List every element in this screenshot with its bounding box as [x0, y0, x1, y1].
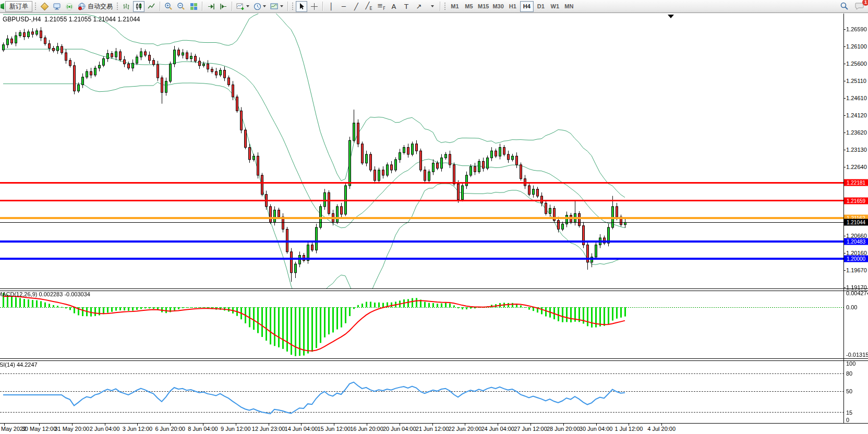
- search-button[interactable]: [838, 1, 850, 11]
- macd-axis-label: 0.004274: [846, 290, 868, 296]
- price-tick-label: 1.25600: [846, 61, 868, 67]
- auto-trading-label: 自动交易: [88, 2, 113, 11]
- price-tick-mark: [843, 81, 846, 81]
- macd-panel-canvas[interactable]: [0, 290, 843, 358]
- rsi-axis-label: 50: [846, 388, 868, 394]
- horizontal-line-tool-icon: ─: [342, 3, 346, 10]
- time-tick-mark: [105, 424, 105, 426]
- time-axis-label: 4 Jul 20:00: [636, 426, 686, 432]
- toolbar-drag-handle: [34, 2, 37, 10]
- signals-button[interactable]: [64, 1, 75, 12]
- search-icon: [840, 2, 849, 10]
- timeframe-button-m5[interactable]: M5: [462, 1, 476, 12]
- time-tick-mark: [596, 424, 597, 426]
- time-axis[interactable]: May 202230 May 12:0031 May 20:002 Jun 04…: [0, 423, 868, 434]
- line-chart-type-button[interactable]: [146, 1, 157, 12]
- auto-trading-button[interactable]: 自动交易: [76, 1, 114, 12]
- chart-region: GBPUSD-,H4 1.21055 1.21055 1.21044 1.210…: [0, 14, 868, 434]
- chart-shift-marker-icon[interactable]: [668, 15, 674, 18]
- timeframe-button-m15[interactable]: M15: [476, 1, 490, 12]
- new-order-button[interactable]: 新订单: [5, 1, 32, 12]
- panel-divider[interactable]: [0, 288, 868, 291]
- crosshair-icon: [310, 3, 318, 10]
- equidistant-channel-tool[interactable]: ╱E: [363, 1, 375, 12]
- equidistant-channel-tool-icon: ╱E: [366, 2, 372, 11]
- fibonacci-retracement-tool[interactable]: ≡F: [376, 1, 387, 12]
- chart-shift-icon: [220, 3, 227, 10]
- auto-scroll-icon: [207, 3, 215, 10]
- add-indicator-button[interactable]: [235, 1, 251, 12]
- trendline-tool-icon: ╱: [354, 3, 358, 10]
- text-label-tool[interactable]: T: [401, 1, 412, 12]
- price-level-badge: 1.21659: [844, 197, 868, 204]
- price-tick-label: 1.22640: [846, 164, 868, 170]
- zoom-out-icon: [177, 2, 185, 10]
- rsi-axis-label: 80: [846, 370, 868, 377]
- timeframe-button-h4[interactable]: H4: [520, 1, 534, 12]
- time-tick-mark: [334, 424, 334, 426]
- zoom-in-button[interactable]: [163, 1, 174, 12]
- crosshair-tool-button[interactable]: [308, 1, 320, 12]
- candlestick-chart-type-button[interactable]: [133, 1, 144, 12]
- time-tick-mark: [531, 424, 531, 426]
- price-tick-mark: [843, 270, 846, 271]
- text-tool[interactable]: A: [388, 1, 400, 12]
- toolbar-separator: [160, 2, 160, 11]
- tile-windows-icon: [190, 3, 198, 10]
- toolbar-separator: [322, 2, 323, 11]
- time-tick-mark: [367, 424, 367, 426]
- arrows-tool-dropdown[interactable]: [426, 1, 437, 12]
- timeframe-button-m30[interactable]: M30: [491, 1, 505, 12]
- dropdown-arrow-icon: [263, 5, 266, 7]
- main-chart-canvas[interactable]: [0, 14, 843, 288]
- price-tick-label: 1.24610: [846, 95, 868, 101]
- bar-chart-type-button[interactable]: [120, 1, 132, 12]
- time-tick-mark: [39, 424, 40, 426]
- template-button[interactable]: [269, 1, 285, 12]
- cursor-tool-button[interactable]: [296, 1, 307, 12]
- text-label-tool-icon: T: [404, 3, 408, 10]
- tile-windows-button[interactable]: [188, 1, 199, 12]
- timeframe-button-d1[interactable]: D1: [534, 1, 548, 12]
- zoom-out-button[interactable]: [175, 1, 187, 12]
- time-tick-mark: [137, 424, 138, 426]
- timeframe-button-m1[interactable]: M1: [448, 1, 462, 12]
- time-tick-mark: [170, 424, 171, 426]
- fibonacci-retracement-tool-icon: ≡F: [377, 2, 385, 11]
- toolbar-separator: [232, 2, 232, 11]
- time-tick-mark: [203, 424, 203, 426]
- timeframe-button-mn[interactable]: MN: [562, 1, 576, 12]
- price-level-badge: 1.20000: [844, 255, 868, 262]
- rsi-panel-canvas[interactable]: [0, 360, 843, 423]
- price-level-badge: 1.20483: [844, 238, 868, 245]
- market-watch-button[interactable]: [39, 1, 50, 12]
- ohlc-bars-icon: [123, 3, 130, 10]
- price-tick-mark: [843, 64, 846, 64]
- candlestick-icon: [135, 3, 143, 10]
- dropdown-arrow-icon: [431, 5, 434, 7]
- price-level-badge: 1.22181: [844, 179, 868, 186]
- toolbar-drag-handle: [116, 2, 118, 10]
- horizontal-line-tool[interactable]: ─: [338, 1, 349, 12]
- terminal-button[interactable]: [51, 1, 63, 12]
- arrows-tool-icon: ↗: [416, 3, 422, 10]
- auto-scroll-button[interactable]: [205, 1, 216, 12]
- rsi-indicator-label: RSI(14) 44.2247: [0, 361, 38, 368]
- timeframe-button-h1[interactable]: H1: [506, 1, 520, 12]
- price-tick-mark: [843, 236, 846, 236]
- time-tick-mark: [432, 424, 433, 426]
- price-tick-mark: [843, 287, 846, 288]
- vertical-line-tool[interactable]: │: [326, 1, 337, 12]
- period-button[interactable]: [252, 1, 268, 12]
- line-chart-icon: [148, 3, 155, 10]
- dropdown-arrow-icon: [280, 5, 283, 7]
- time-tick-mark: [661, 424, 662, 426]
- notifications-button[interactable]: 1: [853, 1, 866, 11]
- arrows-tool[interactable]: ↗: [413, 1, 425, 12]
- trendline-tool[interactable]: ╱: [351, 1, 362, 12]
- chart-shift-button[interactable]: [218, 1, 229, 12]
- panel-divider[interactable]: [0, 358, 868, 361]
- timeframe-button-w1[interactable]: W1: [548, 1, 562, 12]
- price-tick-mark: [843, 132, 846, 133]
- price-tick-label: 1.19670: [846, 267, 868, 273]
